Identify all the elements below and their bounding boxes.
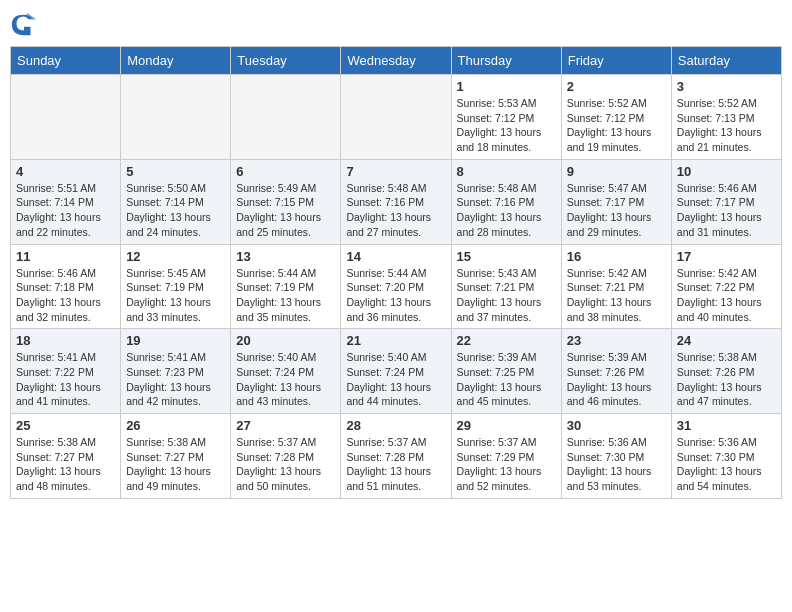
header-tuesday: Tuesday xyxy=(231,47,341,75)
header-thursday: Thursday xyxy=(451,47,561,75)
day-number: 18 xyxy=(16,333,115,348)
calendar-header-row: SundayMondayTuesdayWednesdayThursdayFrid… xyxy=(11,47,782,75)
cell-week5-day6: 31Sunrise: 5:36 AM Sunset: 7:30 PM Dayli… xyxy=(671,414,781,499)
day-number: 19 xyxy=(126,333,225,348)
calendar-table: SundayMondayTuesdayWednesdayThursdayFrid… xyxy=(10,46,782,499)
day-number: 6 xyxy=(236,164,335,179)
day-info: Sunrise: 5:36 AM Sunset: 7:30 PM Dayligh… xyxy=(677,435,776,494)
day-number: 3 xyxy=(677,79,776,94)
day-number: 29 xyxy=(457,418,556,433)
day-info: Sunrise: 5:38 AM Sunset: 7:27 PM Dayligh… xyxy=(16,435,115,494)
logo xyxy=(10,10,42,38)
day-info: Sunrise: 5:39 AM Sunset: 7:26 PM Dayligh… xyxy=(567,350,666,409)
day-number: 4 xyxy=(16,164,115,179)
header-sunday: Sunday xyxy=(11,47,121,75)
day-info: Sunrise: 5:37 AM Sunset: 7:28 PM Dayligh… xyxy=(236,435,335,494)
week-row-1: 1Sunrise: 5:53 AM Sunset: 7:12 PM Daylig… xyxy=(11,75,782,160)
day-number: 15 xyxy=(457,249,556,264)
day-number: 26 xyxy=(126,418,225,433)
day-info: Sunrise: 5:36 AM Sunset: 7:30 PM Dayligh… xyxy=(567,435,666,494)
cell-week2-day2: 6Sunrise: 5:49 AM Sunset: 7:15 PM Daylig… xyxy=(231,159,341,244)
day-number: 16 xyxy=(567,249,666,264)
cell-week3-day3: 14Sunrise: 5:44 AM Sunset: 7:20 PM Dayli… xyxy=(341,244,451,329)
day-info: Sunrise: 5:44 AM Sunset: 7:19 PM Dayligh… xyxy=(236,266,335,325)
header-wednesday: Wednesday xyxy=(341,47,451,75)
day-info: Sunrise: 5:40 AM Sunset: 7:24 PM Dayligh… xyxy=(346,350,445,409)
cell-week2-day1: 5Sunrise: 5:50 AM Sunset: 7:14 PM Daylig… xyxy=(121,159,231,244)
day-number: 22 xyxy=(457,333,556,348)
cell-week5-day5: 30Sunrise: 5:36 AM Sunset: 7:30 PM Dayli… xyxy=(561,414,671,499)
cell-week4-day5: 23Sunrise: 5:39 AM Sunset: 7:26 PM Dayli… xyxy=(561,329,671,414)
day-info: Sunrise: 5:44 AM Sunset: 7:20 PM Dayligh… xyxy=(346,266,445,325)
week-row-5: 25Sunrise: 5:38 AM Sunset: 7:27 PM Dayli… xyxy=(11,414,782,499)
day-info: Sunrise: 5:38 AM Sunset: 7:27 PM Dayligh… xyxy=(126,435,225,494)
cell-week2-day5: 9Sunrise: 5:47 AM Sunset: 7:17 PM Daylig… xyxy=(561,159,671,244)
header-saturday: Saturday xyxy=(671,47,781,75)
cell-week4-day6: 24Sunrise: 5:38 AM Sunset: 7:26 PM Dayli… xyxy=(671,329,781,414)
day-number: 2 xyxy=(567,79,666,94)
day-number: 5 xyxy=(126,164,225,179)
day-info: Sunrise: 5:49 AM Sunset: 7:15 PM Dayligh… xyxy=(236,181,335,240)
day-number: 27 xyxy=(236,418,335,433)
cell-week5-day0: 25Sunrise: 5:38 AM Sunset: 7:27 PM Dayli… xyxy=(11,414,121,499)
cell-week2-day0: 4Sunrise: 5:51 AM Sunset: 7:14 PM Daylig… xyxy=(11,159,121,244)
cell-week3-day2: 13Sunrise: 5:44 AM Sunset: 7:19 PM Dayli… xyxy=(231,244,341,329)
day-info: Sunrise: 5:47 AM Sunset: 7:17 PM Dayligh… xyxy=(567,181,666,240)
day-info: Sunrise: 5:48 AM Sunset: 7:16 PM Dayligh… xyxy=(457,181,556,240)
day-number: 13 xyxy=(236,249,335,264)
cell-week1-day3 xyxy=(341,75,451,160)
day-info: Sunrise: 5:52 AM Sunset: 7:13 PM Dayligh… xyxy=(677,96,776,155)
cell-week4-day1: 19Sunrise: 5:41 AM Sunset: 7:23 PM Dayli… xyxy=(121,329,231,414)
day-number: 1 xyxy=(457,79,556,94)
cell-week1-day6: 3Sunrise: 5:52 AM Sunset: 7:13 PM Daylig… xyxy=(671,75,781,160)
logo-icon xyxy=(10,10,38,38)
day-number: 31 xyxy=(677,418,776,433)
day-info: Sunrise: 5:45 AM Sunset: 7:19 PM Dayligh… xyxy=(126,266,225,325)
day-info: Sunrise: 5:43 AM Sunset: 7:21 PM Dayligh… xyxy=(457,266,556,325)
day-info: Sunrise: 5:46 AM Sunset: 7:17 PM Dayligh… xyxy=(677,181,776,240)
cell-week1-day2 xyxy=(231,75,341,160)
day-number: 24 xyxy=(677,333,776,348)
day-number: 10 xyxy=(677,164,776,179)
cell-week5-day4: 29Sunrise: 5:37 AM Sunset: 7:29 PM Dayli… xyxy=(451,414,561,499)
day-number: 17 xyxy=(677,249,776,264)
day-number: 23 xyxy=(567,333,666,348)
cell-week4-day0: 18Sunrise: 5:41 AM Sunset: 7:22 PM Dayli… xyxy=(11,329,121,414)
cell-week5-day2: 27Sunrise: 5:37 AM Sunset: 7:28 PM Dayli… xyxy=(231,414,341,499)
cell-week1-day0 xyxy=(11,75,121,160)
day-number: 28 xyxy=(346,418,445,433)
cell-week3-day6: 17Sunrise: 5:42 AM Sunset: 7:22 PM Dayli… xyxy=(671,244,781,329)
header-friday: Friday xyxy=(561,47,671,75)
day-number: 30 xyxy=(567,418,666,433)
day-info: Sunrise: 5:37 AM Sunset: 7:29 PM Dayligh… xyxy=(457,435,556,494)
day-number: 12 xyxy=(126,249,225,264)
cell-week5-day1: 26Sunrise: 5:38 AM Sunset: 7:27 PM Dayli… xyxy=(121,414,231,499)
cell-week3-day4: 15Sunrise: 5:43 AM Sunset: 7:21 PM Dayli… xyxy=(451,244,561,329)
day-info: Sunrise: 5:46 AM Sunset: 7:18 PM Dayligh… xyxy=(16,266,115,325)
day-number: 20 xyxy=(236,333,335,348)
week-row-4: 18Sunrise: 5:41 AM Sunset: 7:22 PM Dayli… xyxy=(11,329,782,414)
header-monday: Monday xyxy=(121,47,231,75)
cell-week5-day3: 28Sunrise: 5:37 AM Sunset: 7:28 PM Dayli… xyxy=(341,414,451,499)
cell-week2-day4: 8Sunrise: 5:48 AM Sunset: 7:16 PM Daylig… xyxy=(451,159,561,244)
day-number: 8 xyxy=(457,164,556,179)
week-row-2: 4Sunrise: 5:51 AM Sunset: 7:14 PM Daylig… xyxy=(11,159,782,244)
day-number: 9 xyxy=(567,164,666,179)
day-number: 7 xyxy=(346,164,445,179)
day-info: Sunrise: 5:50 AM Sunset: 7:14 PM Dayligh… xyxy=(126,181,225,240)
page-header xyxy=(10,10,782,38)
cell-week1-day5: 2Sunrise: 5:52 AM Sunset: 7:12 PM Daylig… xyxy=(561,75,671,160)
day-info: Sunrise: 5:39 AM Sunset: 7:25 PM Dayligh… xyxy=(457,350,556,409)
cell-week4-day3: 21Sunrise: 5:40 AM Sunset: 7:24 PM Dayli… xyxy=(341,329,451,414)
cell-week2-day3: 7Sunrise: 5:48 AM Sunset: 7:16 PM Daylig… xyxy=(341,159,451,244)
cell-week4-day2: 20Sunrise: 5:40 AM Sunset: 7:24 PM Dayli… xyxy=(231,329,341,414)
day-number: 25 xyxy=(16,418,115,433)
day-info: Sunrise: 5:40 AM Sunset: 7:24 PM Dayligh… xyxy=(236,350,335,409)
day-info: Sunrise: 5:37 AM Sunset: 7:28 PM Dayligh… xyxy=(346,435,445,494)
cell-week1-day4: 1Sunrise: 5:53 AM Sunset: 7:12 PM Daylig… xyxy=(451,75,561,160)
day-info: Sunrise: 5:38 AM Sunset: 7:26 PM Dayligh… xyxy=(677,350,776,409)
day-info: Sunrise: 5:52 AM Sunset: 7:12 PM Dayligh… xyxy=(567,96,666,155)
day-info: Sunrise: 5:41 AM Sunset: 7:22 PM Dayligh… xyxy=(16,350,115,409)
cell-week3-day5: 16Sunrise: 5:42 AM Sunset: 7:21 PM Dayli… xyxy=(561,244,671,329)
day-number: 11 xyxy=(16,249,115,264)
